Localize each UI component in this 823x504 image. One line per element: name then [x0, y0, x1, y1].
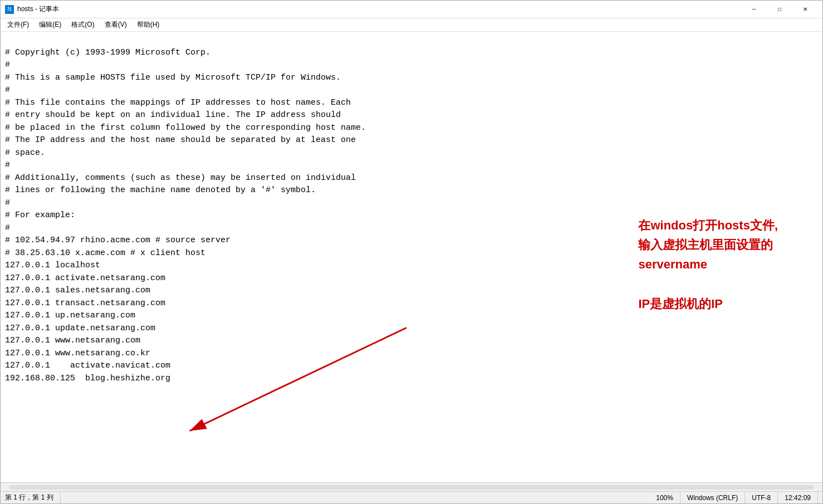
content-area: # Copyright (c) 1993-1999 Microsoft Corp… — [1, 32, 822, 482]
horizontal-scrollbar[interactable] — [1, 482, 822, 491]
title-bar: N hosts - 记事本 ─ □ ✕ — [1, 1, 822, 18]
editor-area[interactable]: # Copyright (c) 1993-1999 Microsoft Corp… — [1, 32, 822, 482]
status-bar: 第 1 行，第 1 列 100% Windows (CRLF) UTF-8 12… — [1, 491, 822, 503]
time: 12:42:09 — [778, 492, 818, 503]
window-controls: ─ □ ✕ — [741, 1, 818, 18]
menu-edit[interactable]: 编辑(E) — [35, 19, 66, 31]
menu-view[interactable]: 查看(V) — [100, 19, 131, 31]
annotation-line5: IP是虚拟机的IP — [638, 297, 723, 311]
zoom-level: 100% — [649, 492, 680, 503]
menu-bar: 文件(F) 编辑(E) 格式(O) 查看(V) 帮助(H) — [1, 18, 822, 32]
annotation-line3: servername — [638, 257, 707, 271]
close-button[interactable]: ✕ — [792, 1, 818, 18]
app-icon: N — [5, 5, 14, 14]
menu-file[interactable]: 文件(F) — [3, 19, 33, 31]
annotation-overlay: 在windos打开hosts文件, 输入虚拟主机里面设置的 servername… — [638, 216, 778, 314]
app-icon-label: N — [7, 6, 11, 12]
scrollbar-track[interactable] — [9, 485, 814, 490]
line-ending: Windows (CRLF) — [680, 492, 745, 503]
menu-format[interactable]: 格式(O) — [67, 19, 99, 31]
notepad-window: N hosts - 记事本 ─ □ ✕ 文件(F) 编辑(E) 格式(O) 查看… — [0, 0, 823, 504]
charset: UTF-8 — [745, 492, 778, 503]
menu-help[interactable]: 帮助(H) — [133, 19, 164, 31]
maximize-button[interactable]: □ — [767, 1, 792, 18]
annotation-line2: 输入虚拟主机里面设置的 — [638, 238, 773, 252]
cursor-position: 第 1 行，第 1 列 — [5, 492, 61, 503]
window-title: hosts - 记事本 — [17, 4, 741, 14]
minimize-button[interactable]: ─ — [741, 1, 767, 18]
annotation-line1: 在windos打开hosts文件, — [638, 218, 778, 232]
